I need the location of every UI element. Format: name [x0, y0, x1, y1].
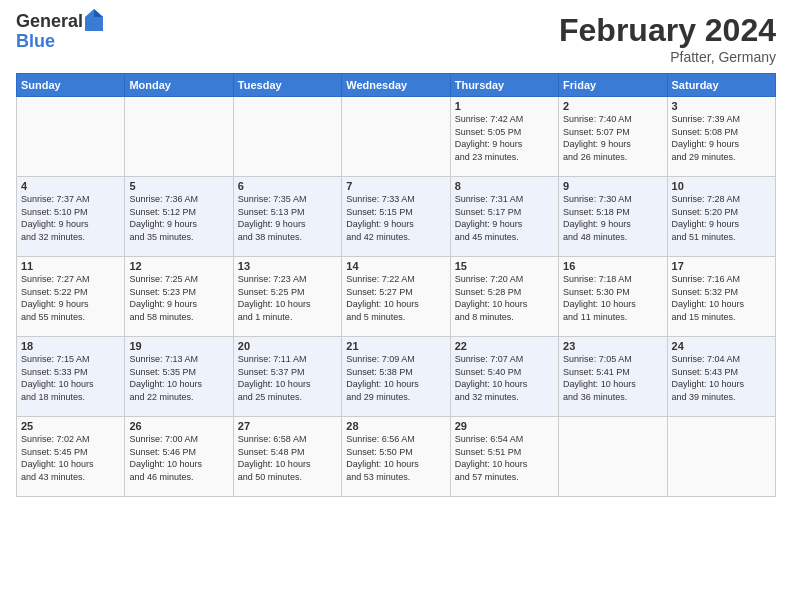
- calendar-cell: 13Sunrise: 7:23 AM Sunset: 5:25 PM Dayli…: [233, 257, 341, 337]
- calendar-cell: 19Sunrise: 7:13 AM Sunset: 5:35 PM Dayli…: [125, 337, 233, 417]
- day-info: Sunrise: 7:04 AM Sunset: 5:43 PM Dayligh…: [672, 353, 771, 403]
- day-number: 26: [129, 420, 228, 432]
- calendar-cell: 4Sunrise: 7:37 AM Sunset: 5:10 PM Daylig…: [17, 177, 125, 257]
- title-block: February 2024 Pfatter, Germany: [559, 12, 776, 65]
- col-header-wednesday: Wednesday: [342, 74, 450, 97]
- day-info: Sunrise: 7:28 AM Sunset: 5:20 PM Dayligh…: [672, 193, 771, 243]
- day-number: 23: [563, 340, 662, 352]
- day-number: 8: [455, 180, 554, 192]
- day-number: 25: [21, 420, 120, 432]
- col-header-friday: Friday: [559, 74, 667, 97]
- calendar-cell: 3Sunrise: 7:39 AM Sunset: 5:08 PM Daylig…: [667, 97, 775, 177]
- day-number: 22: [455, 340, 554, 352]
- logo-blue: Blue: [16, 32, 103, 52]
- month-title: February 2024: [559, 12, 776, 49]
- header-row: SundayMondayTuesdayWednesdayThursdayFrid…: [17, 74, 776, 97]
- day-info: Sunrise: 7:30 AM Sunset: 5:18 PM Dayligh…: [563, 193, 662, 243]
- day-number: 4: [21, 180, 120, 192]
- day-number: 28: [346, 420, 445, 432]
- day-number: 5: [129, 180, 228, 192]
- calendar-cell: [559, 417, 667, 497]
- day-number: 7: [346, 180, 445, 192]
- day-info: Sunrise: 7:37 AM Sunset: 5:10 PM Dayligh…: [21, 193, 120, 243]
- calendar-cell: 28Sunrise: 6:56 AM Sunset: 5:50 PM Dayli…: [342, 417, 450, 497]
- week-row-4: 18Sunrise: 7:15 AM Sunset: 5:33 PM Dayli…: [17, 337, 776, 417]
- day-number: 29: [455, 420, 554, 432]
- day-number: 21: [346, 340, 445, 352]
- day-number: 10: [672, 180, 771, 192]
- calendar-cell: 12Sunrise: 7:25 AM Sunset: 5:23 PM Dayli…: [125, 257, 233, 337]
- day-info: Sunrise: 7:35 AM Sunset: 5:13 PM Dayligh…: [238, 193, 337, 243]
- day-info: Sunrise: 7:09 AM Sunset: 5:38 PM Dayligh…: [346, 353, 445, 403]
- calendar-cell: 6Sunrise: 7:35 AM Sunset: 5:13 PM Daylig…: [233, 177, 341, 257]
- day-number: 11: [21, 260, 120, 272]
- day-info: Sunrise: 6:58 AM Sunset: 5:48 PM Dayligh…: [238, 433, 337, 483]
- week-row-2: 4Sunrise: 7:37 AM Sunset: 5:10 PM Daylig…: [17, 177, 776, 257]
- day-number: 17: [672, 260, 771, 272]
- week-row-1: 1Sunrise: 7:42 AM Sunset: 5:05 PM Daylig…: [17, 97, 776, 177]
- day-info: Sunrise: 7:13 AM Sunset: 5:35 PM Dayligh…: [129, 353, 228, 403]
- day-info: Sunrise: 7:20 AM Sunset: 5:28 PM Dayligh…: [455, 273, 554, 323]
- calendar-cell: 2Sunrise: 7:40 AM Sunset: 5:07 PM Daylig…: [559, 97, 667, 177]
- day-info: Sunrise: 7:00 AM Sunset: 5:46 PM Dayligh…: [129, 433, 228, 483]
- calendar-cell: 23Sunrise: 7:05 AM Sunset: 5:41 PM Dayli…: [559, 337, 667, 417]
- calendar-cell: 8Sunrise: 7:31 AM Sunset: 5:17 PM Daylig…: [450, 177, 558, 257]
- day-number: 14: [346, 260, 445, 272]
- day-number: 6: [238, 180, 337, 192]
- calendar-cell: 27Sunrise: 6:58 AM Sunset: 5:48 PM Dayli…: [233, 417, 341, 497]
- day-info: Sunrise: 7:22 AM Sunset: 5:27 PM Dayligh…: [346, 273, 445, 323]
- day-info: Sunrise: 7:05 AM Sunset: 5:41 PM Dayligh…: [563, 353, 662, 403]
- day-info: Sunrise: 7:15 AM Sunset: 5:33 PM Dayligh…: [21, 353, 120, 403]
- week-row-3: 11Sunrise: 7:27 AM Sunset: 5:22 PM Dayli…: [17, 257, 776, 337]
- calendar-cell: 14Sunrise: 7:22 AM Sunset: 5:27 PM Dayli…: [342, 257, 450, 337]
- day-number: 15: [455, 260, 554, 272]
- logo-icon: [85, 9, 103, 31]
- day-info: Sunrise: 7:27 AM Sunset: 5:22 PM Dayligh…: [21, 273, 120, 323]
- day-info: Sunrise: 7:36 AM Sunset: 5:12 PM Dayligh…: [129, 193, 228, 243]
- logo-general: General: [16, 12, 83, 32]
- header: General Blue February 2024 Pfatter, Germ…: [16, 12, 776, 65]
- col-header-monday: Monday: [125, 74, 233, 97]
- page: General Blue February 2024 Pfatter, Germ…: [0, 0, 792, 612]
- logo-text: General Blue: [16, 12, 103, 52]
- calendar-cell: 25Sunrise: 7:02 AM Sunset: 5:45 PM Dayli…: [17, 417, 125, 497]
- day-number: 1: [455, 100, 554, 112]
- day-info: Sunrise: 7:07 AM Sunset: 5:40 PM Dayligh…: [455, 353, 554, 403]
- calendar-cell: 26Sunrise: 7:00 AM Sunset: 5:46 PM Dayli…: [125, 417, 233, 497]
- day-info: Sunrise: 7:42 AM Sunset: 5:05 PM Dayligh…: [455, 113, 554, 163]
- calendar-cell: 16Sunrise: 7:18 AM Sunset: 5:30 PM Dayli…: [559, 257, 667, 337]
- calendar-cell: 22Sunrise: 7:07 AM Sunset: 5:40 PM Dayli…: [450, 337, 558, 417]
- logo: General Blue: [16, 12, 103, 52]
- calendar-cell: 1Sunrise: 7:42 AM Sunset: 5:05 PM Daylig…: [450, 97, 558, 177]
- day-number: 13: [238, 260, 337, 272]
- col-header-sunday: Sunday: [17, 74, 125, 97]
- calendar-table: SundayMondayTuesdayWednesdayThursdayFrid…: [16, 73, 776, 497]
- col-header-tuesday: Tuesday: [233, 74, 341, 97]
- day-info: Sunrise: 7:31 AM Sunset: 5:17 PM Dayligh…: [455, 193, 554, 243]
- calendar-cell: [17, 97, 125, 177]
- week-row-5: 25Sunrise: 7:02 AM Sunset: 5:45 PM Dayli…: [17, 417, 776, 497]
- day-info: Sunrise: 7:40 AM Sunset: 5:07 PM Dayligh…: [563, 113, 662, 163]
- day-number: 27: [238, 420, 337, 432]
- day-info: Sunrise: 7:02 AM Sunset: 5:45 PM Dayligh…: [21, 433, 120, 483]
- calendar-cell: [342, 97, 450, 177]
- day-number: 2: [563, 100, 662, 112]
- calendar-cell: 21Sunrise: 7:09 AM Sunset: 5:38 PM Dayli…: [342, 337, 450, 417]
- calendar-cell: 9Sunrise: 7:30 AM Sunset: 5:18 PM Daylig…: [559, 177, 667, 257]
- calendar-cell: 10Sunrise: 7:28 AM Sunset: 5:20 PM Dayli…: [667, 177, 775, 257]
- day-number: 20: [238, 340, 337, 352]
- svg-marker-1: [94, 9, 103, 17]
- day-number: 24: [672, 340, 771, 352]
- calendar-cell: [667, 417, 775, 497]
- calendar-cell: 20Sunrise: 7:11 AM Sunset: 5:37 PM Dayli…: [233, 337, 341, 417]
- day-number: 18: [21, 340, 120, 352]
- calendar-cell: 18Sunrise: 7:15 AM Sunset: 5:33 PM Dayli…: [17, 337, 125, 417]
- calendar-cell: [233, 97, 341, 177]
- calendar-cell: 7Sunrise: 7:33 AM Sunset: 5:15 PM Daylig…: [342, 177, 450, 257]
- day-number: 12: [129, 260, 228, 272]
- col-header-thursday: Thursday: [450, 74, 558, 97]
- calendar-cell: 24Sunrise: 7:04 AM Sunset: 5:43 PM Dayli…: [667, 337, 775, 417]
- day-number: 3: [672, 100, 771, 112]
- day-info: Sunrise: 7:16 AM Sunset: 5:32 PM Dayligh…: [672, 273, 771, 323]
- calendar-cell: 17Sunrise: 7:16 AM Sunset: 5:32 PM Dayli…: [667, 257, 775, 337]
